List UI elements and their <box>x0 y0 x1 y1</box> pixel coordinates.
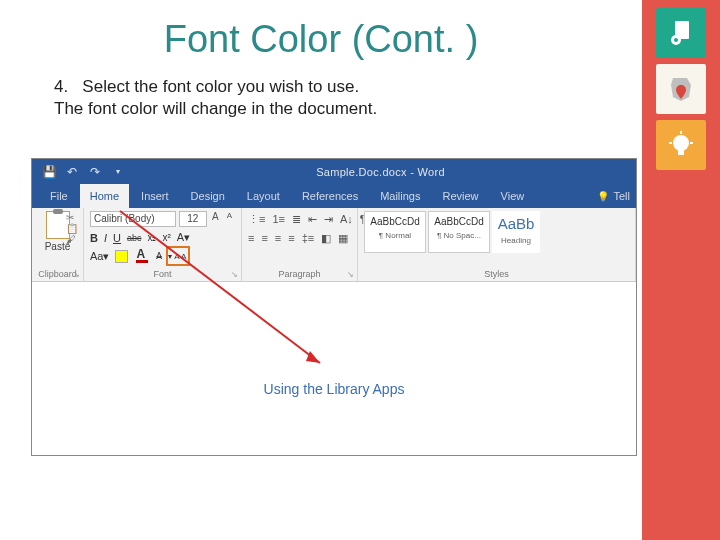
font-color-button[interactable]: A <box>134 248 150 264</box>
tab-design[interactable]: Design <box>181 184 235 208</box>
justify-button[interactable]: ≡ <box>288 232 294 245</box>
align-left-button[interactable]: ≡ <box>248 232 254 245</box>
svg-rect-4 <box>678 150 684 155</box>
document-canvas[interactable]: Using the Library Apps <box>32 285 636 455</box>
font-name-select[interactable]: Calibri (Body) <box>90 211 176 227</box>
brand-bulb-icon <box>656 120 706 170</box>
redo-icon[interactable]: ↷ <box>88 165 102 179</box>
shrink-font-icon[interactable]: A <box>224 211 235 227</box>
decrease-indent-button[interactable]: ⇤ <box>308 213 317 226</box>
borders-button[interactable]: ▦ <box>338 232 348 245</box>
document-text: Using the Library Apps <box>32 285 636 397</box>
dialog-launcher-icon[interactable]: ↘ <box>231 270 238 279</box>
style-name: ¶ No Spac... <box>429 231 489 240</box>
brand-ohio-icon <box>656 64 706 114</box>
sort-button[interactable]: A↓ <box>340 213 353 226</box>
font-more-icon[interactable]: ▾ A A <box>168 252 186 261</box>
step-text: Select the font color you wish to use. <box>82 77 359 96</box>
numbering-button[interactable]: 1≡ <box>272 213 285 226</box>
word-window: 💾 ↶ ↷ ▾ Sample.Doc.docx - Word File Home… <box>31 158 637 456</box>
tab-review[interactable]: Review <box>433 184 489 208</box>
tell-me[interactable]: 💡 Tell <box>597 190 630 202</box>
step-number: 4. <box>54 77 68 96</box>
style-heading[interactable]: AaBb Heading <box>492 211 540 253</box>
tab-references[interactable]: References <box>292 184 368 208</box>
style-no-spacing[interactable]: AaBbCcDd ¶ No Spac... <box>428 211 490 253</box>
tab-insert[interactable]: Insert <box>131 184 179 208</box>
font-group-label: Font <box>84 269 241 279</box>
svg-point-2 <box>674 38 678 42</box>
bulb-icon: 💡 <box>597 191 609 202</box>
quick-access-toolbar: 💾 ↶ ↷ ▾ <box>32 165 125 179</box>
tab-view[interactable]: View <box>491 184 535 208</box>
tab-mailings[interactable]: Mailings <box>370 184 430 208</box>
tab-home[interactable]: Home <box>80 184 129 208</box>
strikethrough-button[interactable]: abc <box>127 233 142 243</box>
highlight-color-button[interactable] <box>115 250 128 263</box>
grow-font-icon[interactable]: A <box>210 211 221 227</box>
dialog-launcher-icon[interactable]: ↘ <box>73 270 80 279</box>
style-normal[interactable]: AaBbCcDd ¶ Normal <box>364 211 426 253</box>
bullets-button[interactable]: ⋮≡ <box>248 213 265 226</box>
increase-indent-button[interactable]: ⇥ <box>324 213 333 226</box>
group-paragraph: ⋮≡ 1≡ ≣ ⇤ ⇥ A↓ ¶ ≡ ≡ ≡ ≡ ‡≡ ◧ ▦ Paragrap… <box>242 208 358 281</box>
tab-file[interactable]: File <box>40 184 78 208</box>
undo-icon[interactable]: ↶ <box>65 165 79 179</box>
style-preview: AaBbCcDd <box>429 212 489 227</box>
superscript-button[interactable]: x² <box>162 232 170 243</box>
dialog-launcher-icon[interactable]: ↘ <box>347 270 354 279</box>
group-font: Calibri (Body) 12 A A B I U abc x₂ x² A▾… <box>84 208 242 281</box>
font-size-select[interactable]: 12 <box>179 211 207 227</box>
slide-title: Font Color (Cont. ) <box>0 0 720 61</box>
style-name: ¶ Normal <box>365 231 425 240</box>
shading-button[interactable]: ◧ <box>321 232 331 245</box>
save-icon[interactable]: 💾 <box>42 165 56 179</box>
align-right-button[interactable]: ≡ <box>275 232 281 245</box>
result-note: The font color will change in the docume… <box>0 99 720 119</box>
italic-button[interactable]: I <box>104 232 107 244</box>
line-spacing-button[interactable]: ‡≡ <box>302 232 315 245</box>
text-effects-button[interactable]: A▾ <box>177 231 190 244</box>
title-bar: 💾 ↶ ↷ ▾ Sample.Doc.docx - Word <box>32 159 636 184</box>
clear-formatting-button[interactable]: A̶ <box>156 251 162 261</box>
align-center-button[interactable]: ≡ <box>261 232 267 245</box>
change-case-button[interactable]: Aa▾ <box>90 250 109 263</box>
style-name: Heading <box>492 236 540 245</box>
multilevel-button[interactable]: ≣ <box>292 213 301 226</box>
group-styles: AaBbCcDd ¶ Normal AaBbCcDd ¶ No Spac... … <box>358 208 636 281</box>
style-preview: AaBbCcDd <box>365 212 425 227</box>
subscript-button[interactable]: x₂ <box>147 232 156 243</box>
style-preview: AaBb <box>492 211 540 232</box>
tell-label: Tell <box>613 190 630 202</box>
ribbon-tabs: File Home Insert Design Layout Reference… <box>32 184 636 208</box>
bold-button[interactable]: B <box>90 232 98 244</box>
qat-more-icon[interactable]: ▾ <box>111 165 125 179</box>
brand-hand-icon <box>656 8 706 58</box>
svg-point-3 <box>673 135 689 151</box>
underline-button[interactable]: U <box>113 232 121 244</box>
tab-layout[interactable]: Layout <box>237 184 290 208</box>
styles-group-label: Styles <box>358 269 635 279</box>
paragraph-group-label: Paragraph <box>242 269 357 279</box>
slide-brand-bar <box>642 0 720 540</box>
clipboard-small-buttons[interactable]: ✂📋🖌 <box>66 212 78 245</box>
step-line: 4. Select the font color you wish to use… <box>0 61 720 99</box>
group-clipboard: ✂📋🖌 Paste Clipboard ↘ <box>32 208 84 281</box>
ribbon: ✂📋🖌 Paste Clipboard ↘ Calibri (Body) 12 … <box>32 208 636 282</box>
document-title: Sample.Doc.docx - Word <box>125 166 636 178</box>
